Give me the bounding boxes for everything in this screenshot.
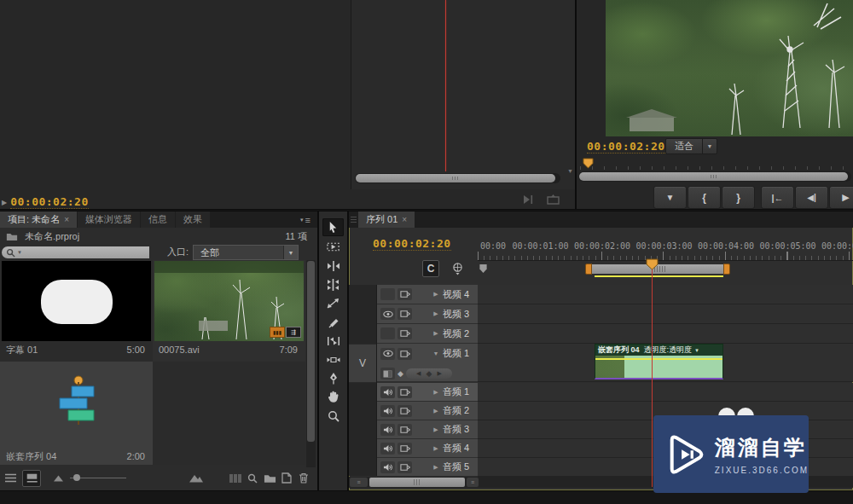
- video-usage-badge-icon[interactable]: ▮▮▮: [270, 327, 285, 338]
- chevron-down-icon[interactable]: ▼: [692, 348, 699, 353]
- tab-info[interactable]: 信息: [141, 211, 175, 228]
- collapse-arrow-icon[interactable]: ▶: [432, 464, 440, 471]
- project-item-title[interactable]: 字幕 01 5:00: [0, 260, 153, 362]
- toggle-track-mute[interactable]: [380, 461, 395, 473]
- keyframe-diamond-icon[interactable]: ◆: [397, 369, 403, 378]
- timeline-playhead-marker[interactable]: [646, 258, 659, 270]
- set-marker-button[interactable]: [475, 261, 490, 276]
- export-frame-icon[interactable]: [547, 194, 560, 205]
- track-lock-slot[interactable]: [415, 405, 429, 417]
- track-lock-slot[interactable]: [415, 424, 429, 436]
- toggle-track-output[interactable]: [380, 308, 395, 320]
- collapse-arrow-icon[interactable]: ▶: [432, 426, 440, 433]
- automate-to-sequence-icon[interactable]: [227, 471, 244, 486]
- go-to-in-button[interactable]: |←: [761, 186, 794, 209]
- toggle-track-mute[interactable]: [380, 405, 395, 417]
- track-name[interactable]: 音频 3: [443, 423, 469, 436]
- timeline-ruler[interactable]: 00:00 00:00:01:00 00:00:02:00 00:00:03:0…: [478, 240, 853, 260]
- program-playhead-marker[interactable]: [583, 158, 594, 169]
- track-lock-slot[interactable]: [415, 308, 429, 320]
- project-vscrollbar-thumb[interactable]: [307, 261, 315, 442]
- razor-tool[interactable]: [322, 313, 344, 331]
- clip-effect-label[interactable]: 透明度:透明度: [642, 345, 693, 356]
- play-button[interactable]: ▶: [829, 186, 853, 209]
- new-item-button[interactable]: [278, 471, 295, 486]
- close-icon[interactable]: ×: [64, 215, 69, 224]
- zoom-in-thumbnails-icon[interactable]: [188, 471, 205, 486]
- track-name[interactable]: 视频 1: [443, 347, 469, 360]
- tab-sequence-01[interactable]: 序列 01 ×: [358, 211, 415, 228]
- program-hscrollbar-thumb[interactable]: [579, 172, 848, 181]
- play-in-to-out-icon[interactable]: [521, 194, 535, 205]
- pen-tool[interactable]: [322, 369, 344, 387]
- thumbnail-zoom-slider-thumb[interactable]: [73, 474, 80, 481]
- collapse-arrow-icon[interactable]: ▶: [432, 445, 440, 452]
- track-lock-slot[interactable]: [415, 461, 429, 473]
- track-name[interactable]: 音频 1: [443, 385, 469, 398]
- sync-lock-toggle[interactable]: [397, 461, 412, 473]
- zoom-scrollbar-right-handle[interactable]: ≡: [467, 478, 479, 487]
- icon-view-button[interactable]: [22, 470, 41, 487]
- program-mini-ruler[interactable]: [580, 159, 850, 170]
- new-bin-button[interactable]: [261, 471, 278, 486]
- toggle-track-output[interactable]: [380, 327, 395, 339]
- sync-lock-toggle[interactable]: [397, 288, 412, 300]
- sync-lock-toggle[interactable]: [397, 405, 412, 417]
- zoom-out-thumbnails-icon[interactable]: [49, 471, 67, 486]
- keyframe-navigator[interactable]: ◀ ◆ ▶: [406, 368, 452, 379]
- track-name[interactable]: 音频 4: [443, 442, 469, 455]
- toggle-track-mute[interactable]: [380, 443, 395, 455]
- effect-controls-mini-timeline[interactable]: ▼: [351, 0, 575, 189]
- tab-media-browser[interactable]: 媒体浏览器: [78, 211, 140, 228]
- timeline-timecode[interactable]: 00:00:02:20: [373, 237, 451, 251]
- step-back-button[interactable]: ◀|: [795, 186, 828, 209]
- track-name[interactable]: 音频 2: [443, 404, 469, 417]
- tab-project[interactable]: 项目: 未命名 ×: [0, 211, 77, 228]
- timeline-playhead-line[interactable]: [652, 260, 653, 487]
- zoom-scrollbar-left-handle[interactable]: ≡: [350, 478, 368, 487]
- delete-button[interactable]: [295, 471, 312, 486]
- source-patch-video-1[interactable]: V: [349, 344, 376, 383]
- scroll-down-arrow-icon[interactable]: ▼: [567, 168, 573, 174]
- collapse-arrow-icon[interactable]: ▶: [432, 291, 440, 298]
- collapse-arrow-icon[interactable]: ▶: [432, 330, 440, 337]
- collapse-arrow-icon[interactable]: ▶: [432, 408, 440, 414]
- effect-controls-hscrollbar[interactable]: [355, 173, 560, 183]
- sync-lock-toggle[interactable]: [397, 443, 412, 455]
- track-content-video-3[interactable]: [478, 304, 853, 324]
- sync-lock-toggle[interactable]: [397, 386, 412, 398]
- zoom-tool[interactable]: [322, 407, 344, 425]
- hand-tool[interactable]: [322, 388, 344, 406]
- toggle-track-output[interactable]: [380, 348, 395, 360]
- toggle-track-mute[interactable]: [380, 386, 395, 398]
- effect-controls-playhead-line[interactable]: [445, 0, 446, 171]
- track-lock-slot[interactable]: [415, 288, 429, 300]
- track-content-audio-1[interactable]: [478, 383, 853, 402]
- toggle-track-output[interactable]: [380, 288, 395, 300]
- track-lock-slot[interactable]: [415, 327, 429, 339]
- mark-in-button[interactable]: {: [688, 186, 721, 209]
- track-name[interactable]: 视频 4: [443, 288, 469, 301]
- rolling-edit-tool[interactable]: [322, 275, 344, 293]
- entry-filter-dropdown[interactable]: 全部 ▼: [193, 245, 299, 260]
- track-lock-slot[interactable]: [415, 443, 429, 455]
- list-view-button[interactable]: [2, 471, 19, 486]
- find-button[interactable]: [244, 471, 261, 486]
- track-name[interactable]: 视频 3: [443, 308, 469, 321]
- snap-toggle-button[interactable]: C: [422, 260, 439, 277]
- program-hscrollbar[interactable]: [578, 171, 851, 182]
- track-content-video-2[interactable]: [478, 324, 853, 344]
- sync-lock-toggle[interactable]: [397, 424, 412, 436]
- ripple-edit-tool[interactable]: [322, 257, 344, 275]
- next-keyframe-icon[interactable]: ▶: [437, 370, 441, 377]
- project-vscrollbar[interactable]: ▼: [306, 260, 316, 475]
- slide-tool[interactable]: [322, 350, 344, 368]
- sync-lock-toggle[interactable]: [397, 327, 412, 339]
- audio-waveform-badge-icon[interactable]: ⇶: [286, 327, 301, 338]
- search-input[interactable]: ▼: [2, 246, 149, 258]
- work-area-end-handle[interactable]: [723, 264, 730, 275]
- add-marker-button[interactable]: ▼: [653, 186, 687, 209]
- clip-body[interactable]: [595, 356, 722, 378]
- tab-effects[interactable]: 效果: [176, 211, 210, 228]
- track-name[interactable]: 视频 2: [443, 327, 469, 340]
